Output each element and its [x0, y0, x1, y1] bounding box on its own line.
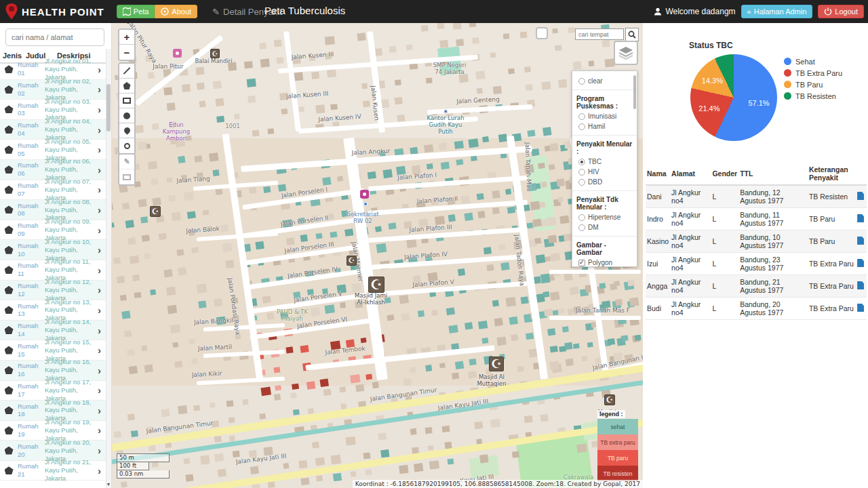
house-marker[interactable] [547, 328, 556, 336]
house-marker[interactable] [380, 449, 390, 458]
map-canvas[interactable]: Jalan PiturJalan Pitur RayaJalan Kusen I… [112, 23, 643, 488]
judul-link[interactable]: Rumah 17 [18, 382, 45, 399]
judul-link[interactable]: Rumah 16 [18, 362, 45, 378]
house-marker[interactable] [481, 338, 488, 344]
house-marker[interactable] [366, 373, 372, 380]
delete-layers-button[interactable] [119, 169, 134, 184]
house-marker[interactable] [389, 222, 397, 230]
house-marker[interactable] [540, 274, 551, 283]
zoom-in-button[interactable]: + [119, 30, 134, 45]
house-marker[interactable] [550, 346, 558, 353]
brand[interactable]: HEALTH POINT [5, 3, 104, 20]
filter-option-tbc[interactable]: TBC [578, 158, 633, 165]
house-marker[interactable] [457, 268, 465, 276]
judul-link[interactable]: Rumah 06 [18, 161, 45, 178]
house-marker[interactable] [427, 163, 433, 169]
house-marker[interactable] [621, 335, 629, 342]
filter-option-hipertense[interactable]: Hipertense [578, 214, 633, 221]
list-item[interactable]: Rumah 21Jl Angkur no 21, Kayu Putih, Jak… [0, 461, 107, 481]
house-marker[interactable] [306, 381, 315, 390]
house-marker[interactable] [292, 383, 298, 390]
draw-marker-button[interactable] [119, 123, 134, 138]
house-marker[interactable] [536, 255, 545, 264]
judul-link[interactable]: Rumah 18 [18, 403, 45, 419]
filter-option-hamil[interactable]: Hamil [578, 123, 633, 130]
house-marker[interactable] [561, 326, 568, 332]
house-marker[interactable] [140, 217, 148, 224]
judul-link[interactable]: Rumah 19 [18, 422, 45, 439]
judul-link[interactable]: Rumah 10 [18, 242, 45, 258]
zoom-out-button[interactable]: − [119, 45, 134, 60]
judul-link[interactable]: Rumah 20 [18, 443, 45, 459]
house-marker[interactable] [500, 262, 509, 270]
judul-link[interactable]: Rumah 09 [18, 222, 45, 238]
house-marker[interactable] [212, 169, 220, 176]
house-marker[interactable] [121, 311, 131, 320]
house-marker[interactable] [542, 291, 549, 298]
house-marker[interactable] [505, 189, 511, 195]
house-marker[interactable] [216, 115, 224, 123]
house-marker[interactable] [484, 247, 492, 254]
house-marker[interactable] [492, 300, 499, 307]
house-marker[interactable] [293, 409, 300, 415]
house-marker[interactable] [300, 235, 308, 242]
house-marker[interactable] [274, 367, 281, 373]
house-marker[interactable] [300, 345, 309, 353]
layers-control[interactable] [614, 41, 638, 65]
house-marker[interactable] [199, 300, 207, 308]
house-marker[interactable] [330, 232, 337, 239]
house-marker[interactable] [187, 211, 196, 219]
house-marker[interactable] [446, 307, 455, 315]
filter-option-dbd[interactable]: DBD [578, 178, 633, 186]
house-marker[interactable] [345, 228, 354, 237]
about-button[interactable]: About [155, 5, 197, 18]
judul-link[interactable]: Rumah 12 [18, 282, 45, 298]
house-marker[interactable] [448, 214, 456, 222]
judul-link[interactable]: Rumah 11 [18, 262, 45, 278]
house-marker[interactable] [454, 140, 464, 149]
file-icon[interactable] [857, 237, 864, 245]
house-marker[interactable] [482, 136, 489, 143]
house-marker[interactable] [564, 342, 573, 350]
house-marker[interactable] [150, 289, 156, 296]
place-search-button[interactable] [625, 28, 639, 41]
house-marker[interactable] [528, 129, 536, 137]
house-marker[interactable] [465, 213, 473, 221]
judul-link[interactable]: Rumah 04 [18, 121, 45, 138]
search-input[interactable] [5, 28, 104, 46]
house-marker[interactable] [112, 222, 115, 228]
halaman-admin-button[interactable]: « Halaman Admin [741, 5, 813, 18]
house-marker[interactable] [278, 184, 287, 192]
draw-circlemarker-button[interactable] [119, 138, 134, 153]
sidebar-scrollbar[interactable]: ▼ [106, 49, 111, 488]
house-marker[interactable] [324, 304, 335, 314]
filter-option-imunisasi[interactable]: Imunisasi [578, 113, 633, 120]
judul-link[interactable]: Rumah 15 [18, 342, 45, 359]
house-marker[interactable] [178, 156, 186, 163]
file-icon[interactable] [857, 304, 864, 312]
judul-link[interactable]: Rumah 08 [18, 202, 45, 218]
draw-polygon-button[interactable] [119, 79, 134, 94]
judul-link[interactable]: Rumah 03 [18, 102, 45, 118]
map-control-box[interactable] [536, 27, 548, 39]
file-icon[interactable] [857, 259, 864, 267]
house-marker[interactable] [360, 338, 366, 343]
filter-clear-option[interactable]: clear [578, 77, 633, 85]
scrollbar-thumb[interactable] [106, 84, 111, 131]
edit-layers-button[interactable]: ✎ [119, 155, 134, 169]
house-marker[interactable] [471, 156, 477, 162]
house-marker[interactable] [246, 78, 256, 87]
house-marker[interactable] [375, 226, 382, 232]
house-marker[interactable] [608, 338, 615, 345]
peta-button[interactable]: Peta [117, 5, 155, 18]
house-marker[interactable] [263, 186, 271, 193]
judul-link[interactable]: Rumah 01 [18, 61, 45, 77]
house-marker[interactable] [477, 193, 484, 200]
house-marker[interactable] [316, 233, 323, 239]
house-marker[interactable] [425, 365, 432, 371]
house-marker[interactable] [255, 241, 264, 249]
house-marker[interactable] [465, 322, 473, 329]
house-marker[interactable] [468, 138, 478, 148]
draw-circle-button[interactable] [119, 108, 134, 123]
house-marker[interactable] [599, 283, 606, 289]
